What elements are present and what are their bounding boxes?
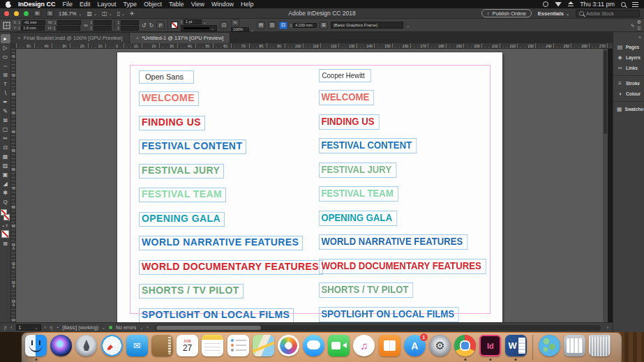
menu-item-edit[interactable]: Edit [80, 1, 91, 8]
zoom-level-dropdown[interactable]: 136.7% ⌄ [59, 10, 82, 17]
eyedropper-tool-icon[interactable]: ◢ [1, 179, 10, 188]
stroke-style-dropdown[interactable]: ⌄ [181, 25, 217, 31]
page-number-dropdown[interactable]: 1 ⌄ [16, 324, 41, 331]
align-panel-button[interactable]: ▤ [257, 22, 265, 29]
dock-app-stack[interactable] [564, 335, 585, 361]
menu-item-layout[interactable]: Layout [98, 1, 117, 8]
width-field[interactable] [57, 20, 81, 25]
dock-app-reminders[interactable] [227, 335, 249, 361]
rectangle-tool-icon[interactable]: ▢ [1, 125, 10, 134]
window-zoom-button[interactable] [24, 11, 29, 16]
previous-page-button[interactable]: ‹ [10, 325, 12, 330]
x-position-field[interactable]: -41 mm [22, 20, 45, 25]
dock-app-photos[interactable] [278, 335, 299, 361]
chevron-down-icon[interactable]: ⌄ [203, 20, 207, 24]
publish-online-button[interactable]: ↑ Publish Online [481, 9, 532, 17]
selection-tool-icon[interactable]: ▸ [1, 34, 10, 43]
constrain-proportions-link-icon[interactable]: ∞ [84, 22, 88, 29]
menu-item-table[interactable]: Table [169, 1, 184, 8]
gap-tool-icon[interactable]: ⇔ [1, 61, 10, 70]
horizontal-scrollbar-thumb[interactable] [156, 326, 261, 330]
dock-app-word[interactable]: W [505, 335, 527, 361]
dock-app-facetime[interactable] [328, 335, 350, 361]
horizontal-ruler[interactable]: 5040302010010203040506070809010011012013… [11, 43, 613, 49]
notification-center-icon[interactable] [632, 2, 638, 7]
dock-app-notes[interactable] [202, 335, 223, 361]
first-page-button[interactable]: |‹ [4, 325, 7, 330]
formatting-affects-buttons[interactable]: ▪ T [3, 224, 8, 228]
dock-app-siri[interactable] [50, 335, 72, 361]
preflight-profile[interactable]: [Basic] (working) [62, 325, 98, 330]
menu-item-indesign-cc[interactable]: InDesign CC [18, 1, 56, 8]
stepper-icon[interactable]: ▴▾ [91, 20, 92, 24]
stepper-icon[interactable]: ▴▾ [18, 26, 20, 30]
text-frame[interactable]: WORLD NARRATIVE FEATURES [319, 234, 467, 250]
stepper-icon[interactable]: ▴▾ [181, 20, 182, 24]
line-tool-icon[interactable]: ∖ [1, 89, 10, 98]
menu-item-view[interactable]: View [191, 1, 204, 8]
text-frame[interactable]: WELCOME [319, 90, 374, 105]
reference-point-proxy[interactable] [3, 22, 10, 29]
vertical-scrollbar-thumb[interactable] [604, 50, 607, 134]
menu-item-object[interactable]: Object [144, 1, 162, 8]
text-frame[interactable]: SPOTLIGHT ON LOCAL FILMS [139, 308, 294, 323]
vertical-ruler[interactable]: 0102030405060708090100110120130140 [11, 49, 16, 322]
hand-tool-icon[interactable]: ✽ [1, 188, 10, 197]
panel-menu-icon[interactable]: ☰ [637, 26, 641, 31]
view-options-dropdown[interactable]: ▥⌄ [87, 10, 97, 17]
panel-tab-colour[interactable]: ◑Colour [613, 89, 644, 99]
direct-selection-tool-icon[interactable]: ▷ [1, 43, 10, 52]
dock-app-sysprefs[interactable]: ⚙ [429, 335, 451, 361]
wifi-icon[interactable] [555, 2, 562, 7]
pen-tool-icon[interactable]: ✒ [1, 98, 10, 107]
menu-item-window[interactable]: Window [211, 1, 234, 8]
rotate-ccw-icon[interactable]: ↺ [142, 22, 147, 29]
stepper-icon[interactable]: ▴▾ [91, 26, 92, 30]
screen-mode-dropdown[interactable]: ◫⌄ [102, 10, 112, 17]
page-tool-icon[interactable]: ▭ [1, 52, 10, 61]
preflight-errors-label[interactable]: No errors [116, 325, 136, 330]
menu-item-file[interactable]: File [63, 1, 73, 8]
dock-app-globe[interactable] [539, 335, 560, 361]
text-frame[interactable]: FESTIVAL JURY [139, 164, 224, 179]
text-frame[interactable]: WORLD DOCUMENTARY FEATURES [139, 260, 323, 275]
rotate-cw-icon[interactable]: ↻ [149, 22, 153, 29]
text-frame[interactable]: WELCOME [139, 91, 199, 106]
dock-app-indesign[interactable]: Id [479, 335, 501, 361]
horizontal-scrollbar[interactable] [155, 325, 601, 331]
menu-item-type[interactable]: Type [123, 1, 137, 8]
dock-app-launchpad[interactable] [75, 335, 97, 361]
dock-app-ibooks[interactable] [379, 335, 400, 361]
dock-app-calendar[interactable]: JUN27 [177, 335, 198, 361]
dock-app-itunes[interactable]: ♫ [353, 335, 375, 361]
panel-tab-links[interactable]: ∞Links [613, 63, 644, 73]
gradient-tool-icon[interactable]: ▦ [1, 152, 10, 161]
select-container-button[interactable]: P [156, 22, 165, 29]
vertical-scrollbar[interactable] [603, 49, 608, 322]
type-tool-icon[interactable]: T [1, 80, 10, 89]
quick-apply-lightning-icon[interactable]: ϟ [631, 22, 634, 29]
stock-button[interactable]: St [46, 10, 54, 17]
text-frame[interactable]: OPENING GALA [319, 211, 397, 226]
share-icon[interactable]: ✈ [130, 10, 135, 17]
text-frame[interactable]: WORLD NARRATIVE FEATURES [139, 236, 303, 250]
window-close-button[interactable] [4, 11, 9, 16]
effects-button[interactable]: fx [231, 19, 239, 27]
text-frame[interactable]: SPOTLIGHT ON LOCAL FILMS [319, 307, 459, 322]
arrange-documents-dropdown[interactable]: ▯⌄ [117, 10, 125, 17]
bridge-button[interactable]: Br [33, 10, 41, 17]
panel-tab-pages[interactable]: ▤Pages [613, 42, 644, 52]
text-frame[interactable]: FESTIVAL TEAM [319, 186, 398, 202]
text-frame[interactable]: SHORTS / TV PILOT [319, 282, 413, 298]
next-page-button[interactable]: › [45, 325, 46, 330]
panel-tab-layers[interactable]: ◈Layers [613, 52, 644, 63]
note-tool-icon[interactable]: ▣ [1, 170, 10, 179]
stroke-weight-field[interactable]: 1 pt [184, 20, 202, 24]
scale-y-field[interactable] [93, 26, 112, 31]
corner-options-button[interactable]: ⊡ [220, 22, 228, 29]
rotation-angle-field[interactable] [121, 20, 139, 25]
window-minimize-button[interactable] [14, 11, 19, 16]
font-name-label[interactable]: Open Sans [139, 70, 194, 84]
dock-app-messages[interactable] [303, 335, 324, 361]
pencil-tool-icon[interactable]: ✎ [1, 107, 10, 116]
